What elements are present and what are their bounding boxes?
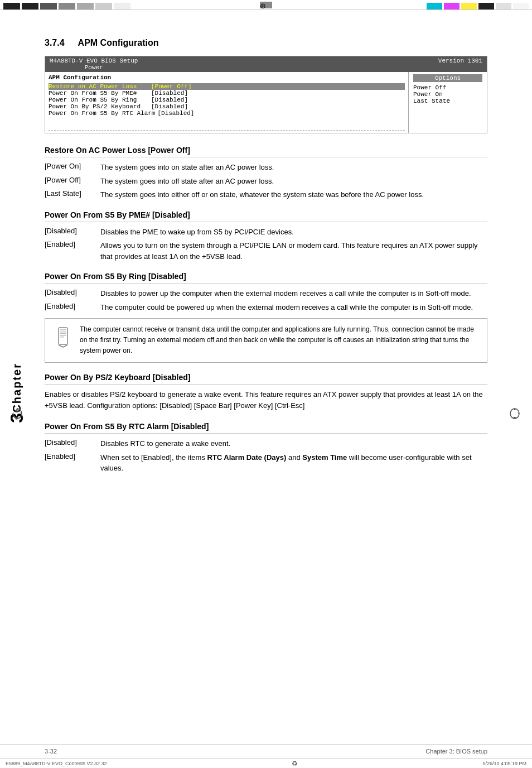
- color-light1: [496, 3, 511, 9]
- bios-item-label-rtc: Power On From S5 By RTC Alarm: [49, 110, 155, 117]
- item-desc-ring-disabled: Disables to power up the computer when t…: [100, 288, 487, 299]
- item-key-pme-enabled: [Enabled]: [45, 240, 95, 262]
- footer-page: 3-32: [45, 748, 57, 755]
- color-cyan: [427, 3, 442, 9]
- bar-block-1: [3, 3, 20, 9]
- section-keyboard: Power On By PS/2 Keyboard [Disabled] Ena…: [45, 373, 487, 412]
- svg-rect-1: [60, 329, 66, 330]
- bios-item-label-restore: Restore on AC Power Loss: [49, 83, 149, 90]
- section-number: 3.7.4: [45, 38, 65, 48]
- bios-item-value-rtc: [Disabled]: [157, 110, 194, 117]
- svg-rect-5: [60, 337, 64, 338]
- color-magenta: [444, 3, 460, 9]
- item-desc-pme-disabled: Disables the PME to wake up from S5 by P…: [100, 227, 487, 238]
- page: 3.7.4 APM Configuration M4A88TD-V EVO BI…: [0, 10, 532, 512]
- item-row-ring-enabled: [Enabled] The computer could be powered …: [45, 302, 487, 313]
- left-margin-recycle-icon: [11, 407, 23, 421]
- bios-option-on: Power On: [413, 91, 482, 98]
- note-box-ring: The computer cannot receive or transmit …: [45, 318, 487, 363]
- bios-option-off: Power Off: [413, 84, 482, 91]
- bar-block-3: [40, 3, 57, 9]
- bios-header: M4A88TD-V EVO BIOS Setup Power Version 1…: [45, 56, 487, 72]
- bios-body: APM Configuration Restore on AC Power Lo…: [45, 72, 487, 133]
- item-key-power-on: [Power On]: [45, 162, 95, 173]
- bottom-bar: E5889_M4A88TD-V EVO_Contents V2.32 32 ♻ …: [0, 758, 532, 768]
- section-heading: 3.7.4 APM Configuration: [45, 38, 487, 48]
- bottom-bar-right: 5/26/10 4:05:19 PM: [482, 761, 526, 766]
- footer-chapter: Chapter 3: BIOS setup: [425, 748, 487, 755]
- item-row-power-off: [Power Off] The system goes into off sta…: [45, 176, 487, 187]
- item-desc-rtc-disabled: Disables RTC to generate a wake event.: [100, 438, 487, 449]
- top-bar-center: ⊕: [259, 2, 273, 10]
- item-row-rtc-enabled: [Enabled] When set to [Enabled], the ite…: [45, 452, 487, 474]
- bar-block-7: [114, 3, 130, 9]
- top-bar: ⊕: [0, 0, 532, 10]
- heading-ring: Power On From S5 By Ring [Disabled]: [45, 272, 487, 284]
- section-rtc: Power On From S5 By RTC Alarm [Disabled]…: [45, 422, 487, 474]
- item-desc-pme-enabled: Allows you to turn on the system through…: [100, 240, 487, 262]
- bios-option-last: Last State: [413, 98, 482, 104]
- item-key-rtc-enabled: [Enabled]: [45, 452, 95, 474]
- item-key-ring-enabled: [Enabled]: [45, 302, 95, 313]
- svg-rect-3: [60, 333, 66, 334]
- section-pme: Power On From S5 By PME# [Disabled] [Dis…: [45, 210, 487, 262]
- item-desc-keyboard: Enables or disables PS/2 keyboard to gen…: [45, 389, 487, 412]
- top-bar-left: [0, 0, 134, 9]
- bios-item-pme: Power On From S5 By PME# [Disabled]: [49, 90, 405, 97]
- color-yellow: [461, 3, 477, 9]
- bios-item-label-keyboard: Power On By PS/2 Keyboard: [49, 103, 149, 110]
- item-key-rtc-disabled: [Disabled]: [45, 438, 95, 449]
- bottom-bar-left: E5889_M4A88TD-V EVO_Contents V2.32 32: [6, 761, 107, 766]
- heading-keyboard: Power On By PS/2 Keyboard [Disabled]: [45, 373, 487, 385]
- section-restore-ac: Restore On AC Power Loss [Power Off] [Po…: [45, 146, 487, 200]
- bios-item-restore: Restore on AC Power Loss [Power Off]: [49, 83, 405, 90]
- item-row-last-state: [Last State] The system goes into either…: [45, 189, 487, 200]
- bios-item-value-ring: [Disabled]: [151, 97, 188, 103]
- heading-restore-ac: Restore On AC Power Loss [Power Off]: [45, 146, 487, 157]
- bar-block-6: [95, 3, 112, 9]
- color-black: [478, 3, 494, 9]
- bios-left: APM Configuration Restore on AC Power Lo…: [45, 72, 409, 133]
- item-desc-last-state: The system goes into either off or on st…: [100, 189, 487, 200]
- bios-right: Options Power Off Power On Last State: [409, 72, 487, 133]
- note-icon: [52, 324, 74, 352]
- color-light2: [513, 3, 529, 9]
- section-title: APM Configuration: [78, 38, 159, 48]
- bar-block-5: [77, 3, 94, 9]
- bios-item-value-pme: [Disabled]: [151, 90, 188, 97]
- item-key-power-off: [Power Off]: [45, 176, 95, 187]
- item-row-rtc-disabled: [Disabled] Disables RTC to generate a wa…: [45, 438, 487, 449]
- item-row-power-on: [Power On] The system goes into on state…: [45, 162, 487, 173]
- item-key-ring-disabled: [Disabled]: [45, 288, 95, 299]
- bios-item-rtc: Power On From S5 By RTC Alarm [Disabled]: [49, 110, 405, 117]
- bios-item-value-keyboard: [Disabled]: [151, 103, 188, 110]
- item-row-ring-disabled: [Disabled] Disables to power up the comp…: [45, 288, 487, 299]
- item-desc-power-on: The system goes into on state after an A…: [100, 162, 487, 173]
- heading-rtc: Power On From S5 By RTC Alarm [Disabled]: [45, 422, 487, 434]
- bios-item-label-pme: Power On From S5 By PME#: [49, 90, 149, 97]
- item-row-pme-disabled: [Disabled] Disables the PME to wake up f…: [45, 227, 487, 238]
- bar-block-2: [22, 3, 38, 9]
- item-key-pme-disabled: [Disabled]: [45, 227, 95, 238]
- section-ring: Power On From S5 By Ring [Disabled] [Dis…: [45, 272, 487, 363]
- item-row-pme-enabled: [Enabled] Allows you to turn on the syst…: [45, 240, 487, 262]
- item-key-last-state: [Last State]: [45, 189, 95, 200]
- right-margin-recycle-icon: [509, 407, 521, 421]
- bios-options-title: Options: [413, 74, 482, 82]
- bios-item-value-restore: [Power Off]: [151, 83, 192, 90]
- bios-header-left: M4A88TD-V EVO BIOS Setup Power: [50, 57, 138, 71]
- item-desc-power-off: The system goes into off state after an …: [100, 176, 487, 187]
- item-desc-ring-enabled: The computer could be powered up when th…: [100, 302, 487, 313]
- bios-item-keyboard: Power On By PS/2 Keyboard [Disabled]: [49, 103, 405, 110]
- footer: 3-32 Chapter 3: BIOS setup: [0, 744, 532, 755]
- bios-left-title: APM Configuration: [49, 74, 405, 81]
- bottom-recycle-icon: ♻: [292, 760, 298, 767]
- heading-pme: Power On From S5 By PME# [Disabled]: [45, 210, 487, 222]
- bios-item-ring: Power On From S5 By Ring [Disabled]: [49, 97, 405, 103]
- top-bar-right: [423, 0, 532, 9]
- chapter-label: Chapter: [11, 363, 23, 413]
- bios-header-right: Version 1301: [438, 57, 482, 71]
- bios-screenshot: M4A88TD-V EVO BIOS Setup Power Version 1…: [45, 56, 487, 133]
- svg-marker-6: [59, 344, 67, 348]
- note-text-ring: The computer cannot receive or transmit …: [80, 324, 480, 357]
